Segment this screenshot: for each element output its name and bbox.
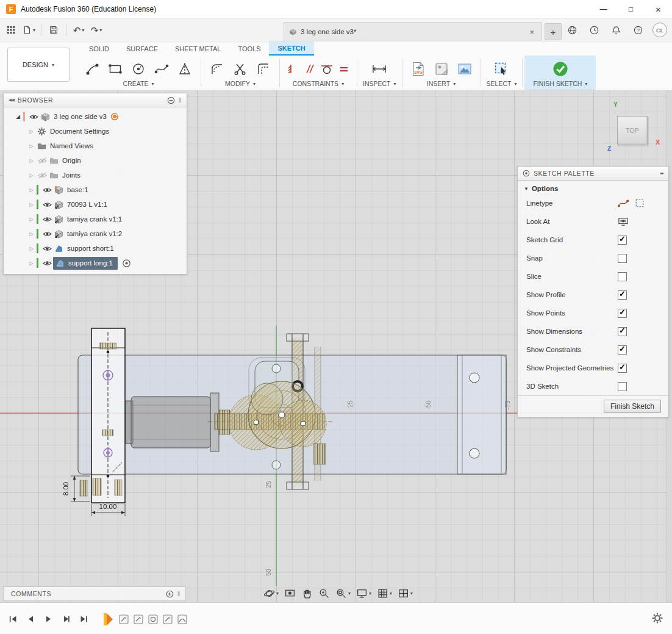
expand-arrow-icon[interactable]: ▷ — [27, 173, 36, 178]
finish-sketch-check-icon[interactable] — [550, 59, 571, 79]
constraints-menu[interactable]: CONSTRAINTS▾ — [293, 80, 344, 88]
tab-solid[interactable]: SOLID — [80, 41, 118, 56]
browser-header[interactable]: ◀◀ BROWSER ‖ — [4, 93, 187, 107]
timeline-feature-sketch-icon[interactable] — [118, 614, 129, 625]
3d-sketch-checkbox[interactable] — [618, 382, 627, 391]
show-projected-geometries-checkbox[interactable] — [618, 364, 627, 373]
minimize-button[interactable]: — — [590, 0, 617, 18]
viewports-icon[interactable]: ▾ — [398, 588, 413, 599]
browser-item-support-long[interactable]: ▷ support long:1 — [4, 256, 187, 270]
look-at-icon[interactable] — [284, 588, 296, 599]
timeline-settings-gear-icon[interactable] — [651, 612, 663, 624]
sync-status-badge-icon[interactable] — [110, 112, 119, 121]
select-tool-icon[interactable] — [491, 59, 512, 79]
expand-arrow-icon[interactable]: ▷ — [27, 202, 36, 207]
selected-item-highlight[interactable]: support long:1 — [53, 257, 118, 270]
help-icon[interactable]: ? — [631, 22, 645, 38]
select-menu[interactable]: SELECT▾ — [487, 80, 517, 88]
modify-fillet-tool-icon[interactable] — [207, 59, 227, 79]
timeline-feature-sketch-icon[interactable] — [148, 614, 159, 625]
eye-off-icon[interactable] — [36, 157, 48, 164]
step-back-icon[interactable] — [24, 613, 37, 626]
browser-item-tamiya-2[interactable]: ▷ tamiya crank v1:2 — [4, 226, 187, 241]
tab-close-icon[interactable]: × — [527, 27, 537, 37]
expand-arrow-icon[interactable]: ◢ — [13, 113, 23, 120]
inspect-menu[interactable]: INSPECT▾ — [363, 80, 396, 88]
model-canvas[interactable]: 8.00 10.00 -25 -50 -75 25 50 Y — [0, 90, 672, 602]
eye-icon[interactable] — [41, 187, 53, 193]
constraint-parallel-icon[interactable] — [302, 59, 317, 79]
motor-body[interactable] — [131, 397, 210, 448]
browser-item-joints[interactable]: ▷ Joints — [4, 168, 187, 182]
create-line-tool-icon[interactable] — [82, 59, 102, 79]
show-constraints-checkbox[interactable] — [618, 345, 627, 355]
comments-bar[interactable]: COMMENTS ‖ — [3, 586, 186, 601]
expand-arrow-icon[interactable]: ▷ — [27, 261, 36, 266]
browser-item-named-views[interactable]: ▷ Named Views — [4, 139, 187, 153]
timeline-feature-sketch-icon[interactable] — [177, 614, 188, 625]
timeline-position-marker[interactable] — [102, 612, 115, 627]
look-at-icon[interactable] — [618, 217, 629, 226]
linetype-construction-icon[interactable] — [635, 198, 645, 208]
constraint-equal-icon[interactable] — [337, 59, 351, 79]
modify-trim-tool-icon[interactable] — [230, 59, 251, 79]
create-spline-tool-icon[interactable] — [151, 59, 172, 79]
finish-sketch-menu[interactable]: FINISH SKETCH▾ — [533, 80, 587, 88]
expand-arrow-icon[interactable]: ▷ — [27, 158, 36, 164]
fit-view-icon[interactable]: ▾ — [335, 588, 351, 599]
redo-icon[interactable]: ↷▾ — [89, 22, 104, 38]
create-circle-tool-icon[interactable] — [128, 59, 149, 79]
sketch-palette-header[interactable]: SKETCH PALETTE ▸▸ — [518, 167, 668, 181]
timeline-feature-sketch-icon[interactable] — [162, 614, 173, 625]
browser-item-support-short[interactable]: ▷ support short:1 — [4, 241, 187, 256]
eye-icon[interactable] — [41, 216, 53, 223]
save-icon[interactable] — [46, 22, 61, 38]
tab-tools[interactable]: TOOLS — [229, 41, 269, 56]
collapse-right-icon[interactable]: ▸▸ — [660, 171, 663, 176]
linetype-spline-icon[interactable] — [618, 198, 629, 208]
modify-offset-tool-icon[interactable] — [253, 59, 274, 79]
eye-off-icon[interactable] — [36, 172, 48, 179]
go-to-end-icon[interactable] — [77, 613, 90, 626]
expand-arrow-icon[interactable]: ▷ — [27, 246, 36, 251]
orbit-icon[interactable]: ▾ — [263, 588, 279, 599]
panel-grip[interactable]: ‖ — [179, 96, 182, 104]
options-section-header[interactable]: ▼ Options — [518, 181, 668, 194]
create-menu[interactable]: CREATE▾ — [123, 80, 154, 88]
show-points-checkbox[interactable] — [618, 309, 627, 318]
step-forward-icon[interactable] — [59, 613, 73, 626]
eye-icon[interactable] — [41, 231, 53, 237]
circle-minus-icon[interactable] — [167, 96, 175, 104]
tab-sheet-metal[interactable]: SHEET METAL — [166, 41, 229, 56]
insert-decal-tool-icon[interactable] — [431, 59, 452, 79]
constraint-vertical-icon[interactable] — [285, 59, 300, 79]
insert-svg-tool-icon[interactable]: SVG — [408, 59, 429, 79]
constraint-tangent-icon[interactable] — [320, 59, 334, 79]
create-mirror-tool-icon[interactable] — [174, 59, 195, 79]
expand-arrow-icon[interactable]: ▷ — [27, 231, 36, 237]
slice-checkbox[interactable] — [618, 272, 627, 281]
modify-menu[interactable]: MODIFY▾ — [225, 80, 256, 88]
expand-arrow-icon[interactable]: ▷ — [27, 187, 36, 193]
undo-icon[interactable]: ↶▾ — [71, 22, 86, 38]
eye-icon[interactable] — [27, 113, 40, 120]
job-status-clock-icon[interactable] — [587, 22, 601, 38]
zoom-icon[interactable] — [318, 588, 330, 599]
maximize-button[interactable]: □ — [617, 0, 645, 18]
eye-icon[interactable] — [41, 245, 53, 252]
browser-item-root[interactable]: ◢ 3 leg one side v3 — [4, 109, 187, 124]
display-settings-icon[interactable]: ▾ — [356, 588, 371, 599]
insert-menu[interactable]: INSERT▾ — [427, 80, 456, 88]
workspace-design-dropdown[interactable]: DESIGN ▾ — [7, 48, 70, 82]
viewcube[interactable]: Y TOP Z X — [606, 101, 660, 156]
inspect-measure-tool-icon[interactable] — [369, 59, 390, 79]
browser-item-document-settings[interactable]: ▷ Document Settings — [4, 124, 187, 139]
user-avatar[interactable]: CL — [652, 23, 667, 37]
eye-icon[interactable] — [41, 201, 53, 208]
expand-arrow-icon[interactable]: ▷ — [27, 217, 36, 222]
browser-item-origin[interactable]: ▷ Origin — [4, 153, 187, 168]
timeline-feature-sketch-icon[interactable] — [133, 614, 144, 625]
browser-item-70093[interactable]: ▷ 70093 L v1:1 — [4, 197, 187, 212]
tab-sketch[interactable]: SKETCH — [269, 41, 313, 56]
browser-item-tamiya-1[interactable]: ▷ tamiya crank v1:1 — [4, 212, 187, 226]
